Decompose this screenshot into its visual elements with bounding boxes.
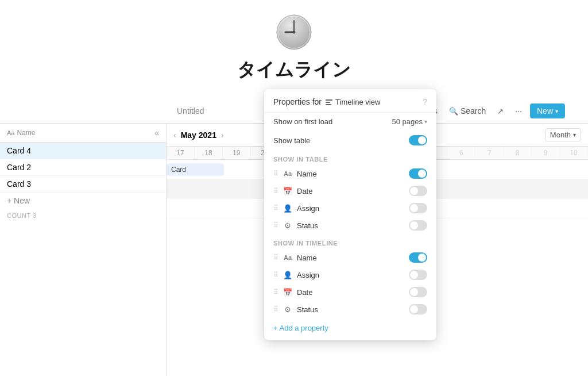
- date-cell: 10: [560, 147, 588, 159]
- tl-name-label: Name: [297, 254, 404, 262]
- timeline-property-name: ⠿ Aa Name: [264, 249, 436, 266]
- date-cell: 6: [447, 147, 475, 159]
- card-bar-label: Card: [171, 166, 186, 174]
- share-button[interactable]: ↗: [494, 105, 507, 118]
- page-header: タイムライン: [0, 0, 588, 103]
- drag-handle-icon: ⠿: [273, 288, 278, 296]
- tl-date-toggle[interactable]: [409, 287, 427, 297]
- table-name-toggle[interactable]: [409, 168, 427, 179]
- svg-rect-6: [326, 102, 330, 103]
- svg-point-4: [293, 31, 296, 34]
- add-property-button[interactable]: + Add a property: [264, 318, 436, 340]
- show-in-timeline-section: SHOW IN TIMELINE: [264, 234, 436, 249]
- date-cell: 19: [223, 147, 251, 159]
- collapse-button[interactable]: «: [154, 128, 159, 137]
- page-title: タイムライン: [237, 57, 351, 83]
- date-cell: 9: [532, 147, 560, 159]
- drag-handle-icon: ⠿: [273, 271, 278, 279]
- search-button[interactable]: 🔍 Search: [446, 104, 489, 118]
- new-label: New: [537, 106, 553, 116]
- tl-status-prop-icon: ⚙: [283, 305, 292, 314]
- name-column-label: Name: [17, 129, 35, 137]
- table-property-name: ⠿ Aa Name: [264, 165, 436, 182]
- row-card3-label: Card 3: [7, 179, 31, 189]
- date-cell: 8: [504, 147, 532, 159]
- view-name-label: Timeline view: [335, 98, 380, 106]
- table-row[interactable]: Card 3: [0, 176, 166, 193]
- share-icon: ↗: [497, 107, 504, 116]
- drag-handle-icon: ⠿: [273, 254, 278, 262]
- timeline-property-assign: ⠿ 👤 Assign: [264, 266, 436, 283]
- popup-title-text: Properties for: [273, 97, 322, 106]
- date-prop-icon: 📅: [283, 187, 292, 195]
- tl-name-prop-icon: Aa: [283, 254, 292, 261]
- table-row[interactable]: Card 4: [0, 143, 166, 159]
- drag-handle-icon: ⠿: [273, 305, 278, 313]
- name-column-icon: Aa: [7, 129, 14, 136]
- date-cell: 17: [167, 147, 195, 159]
- drag-handle-icon: ⠿: [273, 204, 278, 212]
- prev-month-button[interactable]: ‹: [173, 131, 176, 140]
- tl-assign-label: Assign: [297, 271, 404, 279]
- search-label: Search: [461, 106, 486, 116]
- tl-assign-prop-icon: 👤: [283, 271, 292, 279]
- show-table-row: Show table: [264, 131, 436, 150]
- table-name-label: Name: [297, 170, 404, 178]
- table-property-assign: ⠿ 👤 Assign: [264, 199, 436, 217]
- month-nav: ‹ May 2021 ›: [173, 131, 224, 140]
- count-label: COUNT 3: [7, 212, 37, 219]
- properties-popup[interactable]: Properties for Timeline view ? Show on f…: [264, 89, 436, 340]
- tl-date-label: Date: [297, 288, 404, 297]
- table-property-status: ⠿ ⚙ Status: [264, 217, 436, 234]
- timeline-view-icon: Timeline view: [325, 98, 380, 106]
- drag-handle-icon: ⠿: [273, 170, 278, 178]
- month-view-button[interactable]: Month ▾: [545, 128, 581, 141]
- timeline-property-status: ⠿ ⚙ Status: [264, 301, 436, 318]
- pages-caret-icon: ▾: [424, 118, 427, 125]
- table-property-date: ⠿ 📅 Date: [264, 182, 436, 199]
- add-property-label: + Add a property: [273, 324, 328, 332]
- untitled-label: Untitled: [177, 106, 204, 116]
- tl-status-toggle[interactable]: [409, 304, 427, 314]
- table-status-label: Status: [297, 221, 404, 230]
- tl-name-toggle[interactable]: [409, 252, 427, 263]
- help-icon[interactable]: ?: [423, 97, 427, 106]
- popup-header: Properties for Timeline view ?: [264, 89, 436, 113]
- table-date-toggle[interactable]: [409, 186, 427, 196]
- table-assign-toggle[interactable]: [409, 203, 427, 213]
- clock-icon: [276, 14, 312, 51]
- row-card4-label: Card 4: [7, 146, 31, 155]
- tl-assign-toggle[interactable]: [409, 270, 427, 280]
- table-row[interactable]: Card 2: [0, 159, 166, 176]
- new-row-button[interactable]: + New: [0, 193, 166, 209]
- table-assign-label: Assign: [297, 204, 404, 213]
- more-icon: ···: [515, 106, 522, 116]
- show-table-label: Show table: [273, 136, 310, 145]
- show-table-toggle[interactable]: [409, 135, 427, 145]
- table-date-label: Date: [297, 187, 404, 195]
- count-row: COUNT 3: [0, 209, 166, 222]
- tl-status-label: Status: [297, 305, 404, 314]
- timeline-property-date: ⠿ 📅 Date: [264, 283, 436, 301]
- tl-date-prop-icon: 📅: [283, 288, 292, 297]
- left-panel: Aa Name « Card 4 Card 2 Card 3 + New COU…: [0, 124, 167, 376]
- drag-handle-icon: ⠿: [273, 187, 278, 195]
- status-prop-icon: ⚙: [283, 221, 292, 230]
- drag-handle-icon: ⠿: [273, 221, 278, 229]
- month-view-chevron-icon: ▾: [573, 132, 576, 138]
- show-on-first-load-row: Show on first load 50 pages ▾: [264, 113, 436, 131]
- more-button[interactable]: ···: [512, 104, 525, 118]
- card-bar[interactable]: Card: [167, 163, 224, 176]
- pages-dropdown[interactable]: 50 pages ▾: [392, 117, 428, 126]
- show-in-table-section: SHOW IN TABLE: [264, 150, 436, 165]
- search-icon: 🔍: [449, 107, 458, 116]
- month-label: May 2021: [181, 131, 216, 140]
- pages-value: 50 pages: [392, 117, 423, 126]
- next-month-button[interactable]: ›: [221, 131, 224, 140]
- new-button[interactable]: New ▾: [530, 103, 565, 118]
- date-cell: 18: [195, 147, 223, 159]
- table-status-toggle[interactable]: [409, 220, 427, 231]
- show-first-load-label: Show on first load: [273, 117, 332, 126]
- svg-rect-5: [326, 99, 332, 101]
- month-view-label: Month: [550, 131, 571, 139]
